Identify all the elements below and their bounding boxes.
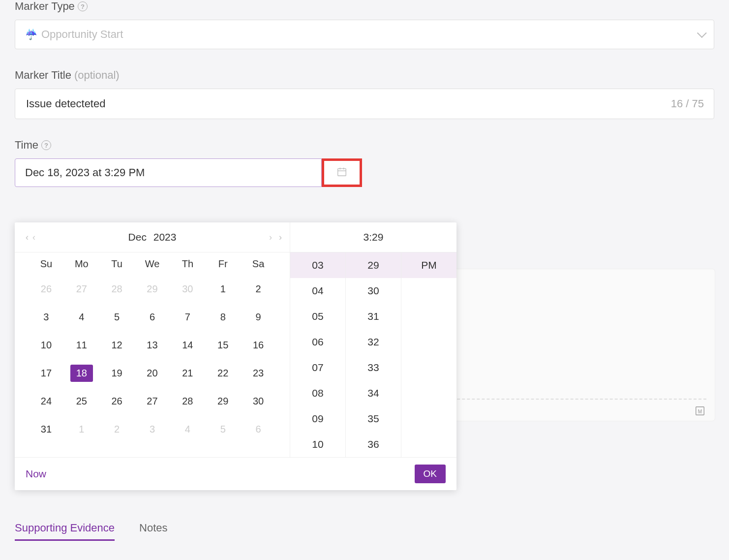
calendar-day[interactable]: 4 — [176, 421, 199, 438]
minute-column[interactable]: 2930313233343536 — [346, 252, 401, 457]
calendar-day[interactable]: 21 — [176, 365, 199, 382]
calendar-day[interactable]: 28 — [176, 393, 199, 410]
calendar-day[interactable]: 2 — [106, 421, 128, 438]
calendar-day[interactable]: 3 — [35, 309, 58, 326]
calendar-day[interactable]: 1 — [212, 280, 234, 298]
calendar-day[interactable]: 5 — [212, 421, 234, 438]
day-of-week: Su — [29, 258, 64, 270]
time-option[interactable]: 33 — [346, 355, 401, 380]
year-label[interactable]: 2023 — [153, 231, 177, 243]
calendar-day[interactable]: 11 — [70, 337, 93, 354]
calendar-day[interactable]: 30 — [176, 280, 199, 298]
next-month-icon[interactable]: › — [269, 232, 272, 243]
day-of-week: Th — [170, 258, 205, 270]
hour-column[interactable]: 0304050607080910 — [290, 252, 346, 457]
calendar-day[interactable]: 10 — [35, 337, 58, 354]
calendar-day[interactable]: 20 — [141, 365, 163, 382]
calendar-day[interactable]: 30 — [247, 393, 270, 410]
marker-type-value: Opportunity Start — [41, 28, 123, 41]
marker-type-label: Marker Type — [15, 0, 75, 13]
calendar-day[interactable]: 7 — [176, 309, 199, 326]
day-of-week: Sa — [241, 258, 276, 270]
time-option[interactable]: 08 — [290, 380, 345, 406]
tab-notes[interactable]: Notes — [139, 522, 167, 541]
chevron-down-icon — [697, 28, 707, 38]
svg-text:M: M — [698, 409, 702, 414]
now-link[interactable]: Now — [26, 468, 46, 480]
calendar-day[interactable]: 28 — [106, 280, 128, 298]
calendar-day[interactable]: 6 — [247, 421, 270, 438]
calendar-day[interactable]: 5 — [106, 309, 128, 326]
calendar-day[interactable]: 15 — [212, 337, 234, 354]
help-icon[interactable]: ? — [78, 1, 88, 11]
calendar-day[interactable]: 6 — [141, 309, 163, 326]
time-option[interactable]: 30 — [346, 278, 401, 304]
time-option[interactable]: 29 — [346, 252, 401, 278]
time-option[interactable]: 09 — [290, 406, 345, 432]
optional-label: (optional) — [74, 69, 120, 82]
calendar-day[interactable]: 2 — [247, 280, 270, 298]
calendar-day[interactable]: 31 — [35, 421, 58, 438]
marker-title-label: Marker Title — [15, 69, 71, 82]
calendar-day[interactable]: 27 — [141, 393, 163, 410]
calendar-day[interactable]: 24 — [35, 393, 58, 410]
calendar-day[interactable]: 12 — [106, 337, 128, 354]
calendar-day[interactable]: 19 — [106, 365, 128, 382]
time-option[interactable]: 04 — [290, 278, 345, 304]
time-option[interactable]: 35 — [346, 406, 401, 432]
calendar-day[interactable]: 1 — [70, 421, 93, 438]
calendar-day[interactable]: 22 — [212, 365, 234, 382]
time-input[interactable] — [24, 166, 312, 180]
char-count: 16 / 75 — [671, 97, 704, 110]
calendar-panel: ‹‹ ‹ Dec 2023 › ›› SuMoTuWeThFrSa2627282… — [15, 222, 290, 457]
calendar-day[interactable]: 9 — [247, 309, 270, 326]
svg-rect-0 — [338, 169, 346, 176]
calendar-day[interactable]: 29 — [141, 280, 163, 298]
calendar-day[interactable]: 13 — [141, 337, 163, 354]
calendar-day[interactable]: 17 — [35, 365, 58, 382]
markdown-icon: M — [695, 405, 705, 418]
month-label[interactable]: Dec — [128, 231, 147, 243]
prev-month-icon[interactable]: ‹ — [32, 232, 35, 243]
time-option[interactable]: 07 — [290, 355, 345, 380]
time-panel: 3:29 0304050607080910 2930313233343536 P… — [290, 222, 456, 457]
time-label: Time — [15, 139, 38, 152]
calendar-day[interactable]: 26 — [35, 280, 58, 298]
time-option[interactable]: 31 — [346, 304, 401, 329]
marker-title-input[interactable] — [25, 97, 671, 111]
calendar-day[interactable]: 18 — [70, 365, 93, 382]
ampm-column[interactable]: PM — [401, 252, 456, 457]
time-display: 3:29 — [290, 222, 456, 252]
calendar-day[interactable]: 14 — [176, 337, 199, 354]
calendar-day[interactable]: 25 — [70, 393, 93, 410]
ok-button[interactable]: OK — [415, 465, 446, 483]
calendar-day[interactable]: 8 — [212, 309, 234, 326]
day-of-week: We — [135, 258, 170, 270]
calendar-button[interactable] — [322, 158, 362, 187]
calendar-day[interactable]: 26 — [106, 393, 128, 410]
calendar-day[interactable]: 3 — [141, 421, 163, 438]
tab-supporting-evidence[interactable]: Supporting Evidence — [15, 522, 115, 541]
day-of-week: Tu — [99, 258, 135, 270]
time-option[interactable]: 10 — [290, 432, 345, 457]
marker-type-select[interactable]: ☔ Opportunity Start — [15, 20, 714, 49]
calendar-icon — [336, 166, 347, 179]
calendar-day[interactable]: 23 — [247, 365, 270, 382]
time-option[interactable]: 32 — [346, 329, 401, 355]
time-option[interactable]: 06 — [290, 329, 345, 355]
time-option[interactable]: 05 — [290, 304, 345, 329]
time-option[interactable]: 03 — [290, 252, 345, 278]
time-option[interactable]: PM — [401, 252, 456, 278]
day-of-week: Fr — [205, 258, 241, 270]
day-of-week: Mo — [64, 258, 99, 270]
help-icon[interactable]: ? — [41, 140, 51, 150]
calendar-day[interactable]: 16 — [247, 337, 270, 354]
time-option[interactable]: 34 — [346, 380, 401, 406]
calendar-day[interactable]: 29 — [212, 393, 234, 410]
datetime-picker: ‹‹ ‹ Dec 2023 › ›› SuMoTuWeThFrSa2627282… — [15, 222, 456, 490]
umbrella-icon: ☔ — [25, 29, 37, 40]
calendar-day[interactable]: 27 — [70, 280, 93, 298]
time-option[interactable]: 36 — [346, 432, 401, 457]
calendar-day[interactable]: 4 — [70, 309, 93, 326]
